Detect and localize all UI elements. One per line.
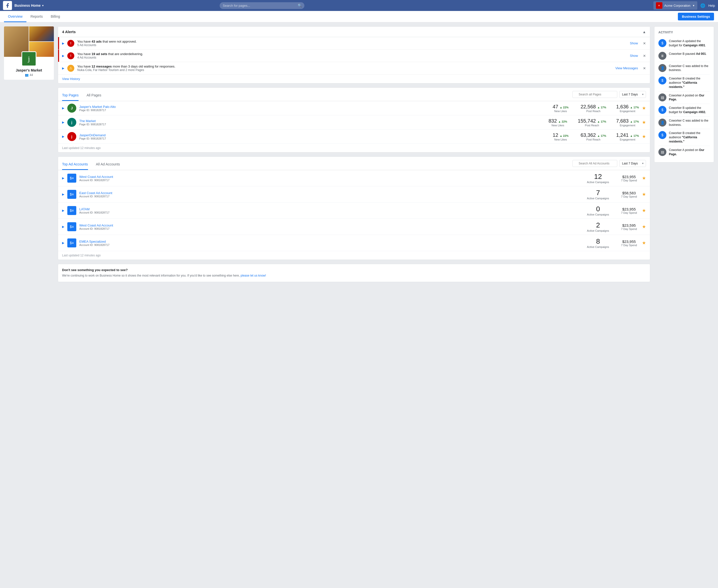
business-settings-button[interactable]: Business Settings xyxy=(678,13,714,20)
alert-2-show-button[interactable]: Show xyxy=(630,54,638,58)
page-3-name[interactable]: JasperOnDemand xyxy=(79,133,548,137)
alert-row-3: ▶ ⚠ You have 12 messages more than 3 day… xyxy=(58,62,650,75)
view-history-wrap: View History xyxy=(58,75,650,83)
page-1-chevron[interactable]: ▶ xyxy=(62,106,64,110)
profile-logo-wrap: j xyxy=(4,57,54,67)
tab-all-pages[interactable]: All Pages xyxy=(86,91,101,101)
account-1-star[interactable]: ★ xyxy=(642,175,646,181)
account-2-star[interactable]: ★ xyxy=(642,192,646,197)
profile-logo-letter: j xyxy=(28,55,30,63)
search-pages-input[interactable] xyxy=(220,2,304,9)
account-2-spend: $58,583 7 Day Spend xyxy=(619,191,639,198)
alerts-collapse-button[interactable]: ▲ xyxy=(642,30,646,34)
activity-item-5: ▤ Coworker A posted on Our Page. xyxy=(658,91,710,104)
ad-days-select[interactable]: Last 7 Days Last 14 Days Last 30 Days xyxy=(619,160,646,167)
alerts-title: 4 Alerts xyxy=(62,30,76,34)
page-1-reach: 22,568 ▲ 17% Post Reach xyxy=(581,104,606,112)
pages-last-updated: Last updated 12 minutes ago xyxy=(58,144,650,152)
page-2-reach: 155,742 ▲ 17% Post Reach xyxy=(578,118,606,127)
page-1-name[interactable]: Jasper's Market Palo Alto xyxy=(79,105,548,109)
view-history-link[interactable]: View History xyxy=(62,77,80,81)
account-2-chevron[interactable]: ▶ xyxy=(62,193,64,196)
account-1-info: West Coast Ad Account Account ID: 908182… xyxy=(79,175,584,182)
activity-item-9: ▤ Coworker A posted on Our Page. xyxy=(658,146,710,159)
alert-1-show-button[interactable]: Show xyxy=(630,41,638,45)
tab-top-ad-accounts[interactable]: Top Ad Accounts xyxy=(62,160,88,170)
account-5-chevron[interactable]: ▶ xyxy=(62,241,64,245)
top-nav: Business Home ▼ 🔍 A Acme Corporation ▼ 🌐… xyxy=(0,0,718,11)
activity-item-7: 👤 Coworker C was added to the business. xyxy=(658,117,710,129)
page-2-avatar: j xyxy=(67,118,76,127)
tab-overview[interactable]: Overview xyxy=(4,11,26,22)
account-1-chevron[interactable]: ▶ xyxy=(62,176,64,180)
alert-row-1: ▶ ! You have 43 ads that were not approv… xyxy=(58,37,650,49)
tab-all-ad-accounts[interactable]: All Ad Accounts xyxy=(96,160,120,170)
help-link[interactable]: Help xyxy=(708,4,715,7)
account-1-spend: $23,955 7 Day Spend xyxy=(619,175,639,182)
account-2-icon: $≡ xyxy=(67,190,76,199)
alert-3-close-button[interactable]: ✕ xyxy=(643,66,646,70)
page-2-chevron[interactable]: ▶ xyxy=(62,121,64,124)
alert-1-chevron[interactable]: ▶ xyxy=(62,42,64,45)
activity-panel: ACTIVITY $ Coworker A updated the budget… xyxy=(654,26,714,163)
tab-reports[interactable]: Reports xyxy=(26,11,47,22)
biz-home-menu[interactable]: Business Home ▼ xyxy=(15,3,44,7)
account-3-chevron[interactable]: ▶ xyxy=(62,209,64,212)
ad-search-input[interactable] xyxy=(572,160,617,167)
page-1-info: Jasper's Market Palo Alto Page ID: 90818… xyxy=(79,105,548,112)
page-3-chevron[interactable]: ▶ xyxy=(62,135,64,138)
alert-2-close-button[interactable]: ✕ xyxy=(643,54,646,58)
account-3-name[interactable]: LATAM xyxy=(79,207,584,211)
alert-1-close-button[interactable]: ✕ xyxy=(643,41,646,45)
account-row-1: ▶ $≡ West Coast Ad Account Account ID: 9… xyxy=(58,170,650,186)
account-1-id: Account ID: 9081828717 xyxy=(79,178,584,182)
account-4-id: Account ID: 9081828717 xyxy=(79,227,584,230)
footer-body: We're continuing to work on Business Hom… xyxy=(62,273,646,278)
account-5-name[interactable]: EMEA Specialized xyxy=(79,240,584,244)
account-2-name[interactable]: East Coast Ad Account xyxy=(79,191,584,195)
page-2-name[interactable]: The Market xyxy=(79,119,545,123)
account-4-chevron[interactable]: ▶ xyxy=(62,225,64,229)
activity-4-icon: $ xyxy=(658,77,666,84)
alert-2-chevron[interactable]: ▶ xyxy=(62,54,64,58)
account-5-info: EMEA Specialized Account ID: 9081828717 xyxy=(79,240,584,247)
page-3-star[interactable]: ★ xyxy=(642,134,646,139)
account-4-star[interactable]: ★ xyxy=(642,224,646,229)
activity-9-text: Coworker A posted on Our Page. xyxy=(669,148,710,156)
account-1-name[interactable]: West Coast Ad Account xyxy=(79,175,584,178)
alert-3-show-button[interactable]: View Messages xyxy=(615,66,638,70)
tab-billing[interactable]: Billing xyxy=(47,11,64,22)
account-row-3: ▶ $≡ LATAM Account ID: 9081828717 0 Acti… xyxy=(58,203,650,219)
profile-card: j Jasper's Market 👥 44 xyxy=(4,26,54,80)
account-2-info: East Coast Ad Account Account ID: 908182… xyxy=(79,191,584,198)
page-3-id: Page ID: 9081828717 xyxy=(79,137,548,140)
account-4-name[interactable]: West Coast Ad Account xyxy=(79,224,584,227)
account-3-info: LATAM Account ID: 9081828717 xyxy=(79,207,584,214)
page-row-2: ▶ j The Market Page ID: 9081828717 832 ▲… xyxy=(58,115,650,130)
account-5-campaigns: 8 Active Campaigns xyxy=(587,237,609,248)
page-row-3: ▶ j JasperOnDemand Page ID: 9081828717 1… xyxy=(58,130,650,144)
activity-item-3: 👤 Coworker C was added to the business. xyxy=(658,62,710,75)
account-2-id: Account ID: 9081828717 xyxy=(79,195,584,198)
page-3-info: JasperOnDemand Page ID: 9081828717 xyxy=(79,133,548,140)
activity-item-2: ⏸ Coworker B paused Ad 001. xyxy=(658,50,710,62)
account-3-star[interactable]: ★ xyxy=(642,208,646,213)
page-1-id: Page ID: 9081828717 xyxy=(79,109,548,112)
footer-link[interactable]: please let us know! xyxy=(241,274,266,277)
pages-days-select[interactable]: Last 7 Days Last 14 Days Last 30 Days xyxy=(619,91,646,98)
page-2-id: Page ID: 9081828717 xyxy=(79,123,545,126)
activity-item-1: $ Coworker A updated the budget for Camp… xyxy=(658,37,710,50)
page-3-stats: 12 ▲ 22% New Likes 63,362 ▲ 17% Post Rea… xyxy=(551,132,639,141)
alert-3-chevron[interactable]: ▶ xyxy=(62,66,64,70)
page-2-star[interactable]: ★ xyxy=(642,120,646,125)
account-4-campaigns: 2 Active Campaigns xyxy=(587,221,609,232)
account-5-star[interactable]: ★ xyxy=(642,240,646,246)
tab-top-pages[interactable]: Top Pages xyxy=(62,91,79,101)
activity-4-text: Coworker B created the audience "Califor… xyxy=(669,77,710,89)
pages-search-input[interactable] xyxy=(572,91,617,98)
sub-nav-tabs: Overview Reports Billing xyxy=(4,11,64,22)
page-1-star[interactable]: ★ xyxy=(642,105,646,111)
activity-title: ACTIVITY xyxy=(658,30,710,34)
page-3-reach: 63,362 ▲ 17% Post Reach xyxy=(581,132,606,141)
acme-account-selector[interactable]: A Acme Corporation ▼ xyxy=(653,1,698,10)
